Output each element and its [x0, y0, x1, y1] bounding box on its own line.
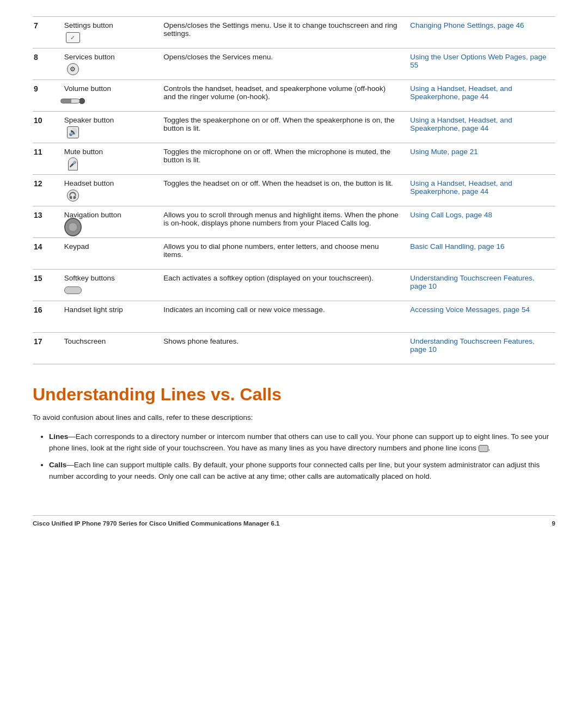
- row-number: 11: [33, 143, 59, 175]
- row-number: 14: [33, 238, 59, 270]
- row-name: Speaker button 🔊: [59, 112, 158, 143]
- row-link[interactable]: Using a Handset, Headset, and Speakerpho…: [405, 175, 555, 206]
- row-name: Mute button 🎤: [59, 143, 158, 175]
- row-link[interactable]: Accessing Voice Messages, page 54: [405, 301, 555, 333]
- row-icon: [64, 284, 82, 296]
- row-name: Softkey buttons: [59, 270, 158, 301]
- row-name: Handset light strip: [59, 301, 158, 333]
- row-link[interactable]: Basic Call Handling, page 16: [405, 238, 555, 270]
- row-number: 8: [33, 48, 59, 80]
- row-icon: [64, 221, 82, 233]
- row-number: 15: [33, 270, 59, 301]
- row-name: Services button ⚙: [59, 48, 158, 80]
- row-name: Keypad: [59, 238, 158, 270]
- row-name: Navigation button: [59, 206, 158, 238]
- row-icon: 🎧: [64, 190, 82, 202]
- table-row: 14 Keypad Allows you to dial phone numbe…: [33, 238, 555, 270]
- row-icon: [64, 347, 82, 359]
- row-number: 17: [33, 333, 59, 364]
- reference-table: 7 Settings button ✓ Opens/closes the Set…: [33, 16, 555, 364]
- row-link[interactable]: Using Mute, page 21: [405, 143, 555, 175]
- table-row: 17 Touchscreen Shows phone features. Und…: [33, 333, 555, 364]
- row-number: 13: [33, 206, 59, 238]
- row-icon: [64, 95, 82, 107]
- row-desc: Controls the handset, headset, and speak…: [158, 80, 405, 112]
- phone-icon: [479, 445, 488, 452]
- table-row: 8 Services button ⚙ Opens/closes the Ser…: [33, 48, 555, 80]
- table-row: 15 Softkey buttons Each activates a soft…: [33, 270, 555, 301]
- row-number: 16: [33, 301, 59, 333]
- row-name: Settings button ✓: [59, 17, 158, 48]
- row-icon: 🎤: [64, 158, 82, 170]
- row-desc: Opens/closes the Services menu.: [158, 48, 405, 80]
- row-desc: Each activates a softkey option (display…: [158, 270, 405, 301]
- footer: Cisco Unified IP Phone 7970 Series for C…: [33, 515, 555, 527]
- row-name: Volume button: [59, 80, 158, 112]
- row-desc: Indicates an incoming call or new voice …: [158, 301, 405, 333]
- row-name: Headset button 🎧: [59, 175, 158, 206]
- row-desc: Toggles the microphone on or off. When t…: [158, 143, 405, 175]
- section-lines-calls: Understanding Lines vs. Calls To avoid c…: [33, 384, 555, 483]
- row-link[interactable]: Understanding Touchscreen Features, page…: [405, 333, 555, 364]
- footer-brand: Cisco Unified IP Phone 7970 Series for C…: [33, 520, 280, 527]
- row-link[interactable]: Changing Phone Settings, page 46: [405, 17, 555, 48]
- section-intro: To avoid confusion about lines and calls…: [33, 412, 555, 424]
- row-icon: [64, 253, 82, 265]
- row-icon: ⚙: [64, 63, 82, 75]
- table-row: 11 Mute button 🎤 Toggles the microphone …: [33, 143, 555, 175]
- bullet-list: Lines—Each corresponds to a directory nu…: [33, 431, 555, 483]
- row-link[interactable]: Using a Handset, Headset, and Speakerpho…: [405, 112, 555, 143]
- row-icon: [64, 316, 82, 328]
- bullet-item: Calls—Each line can support multiple cal…: [49, 460, 555, 483]
- page: 7 Settings button ✓ Opens/closes the Set…: [0, 0, 588, 548]
- row-link[interactable]: Using the User Options Web Pages, page 5…: [405, 48, 555, 80]
- row-desc: Shows phone features.: [158, 333, 405, 364]
- bullet-item: Lines—Each corresponds to a directory nu…: [49, 431, 555, 454]
- row-name: Touchscreen: [59, 333, 158, 364]
- row-desc: Allows you to dial phone numbers, enter …: [158, 238, 405, 270]
- row-icon: 🔊: [64, 126, 82, 138]
- row-desc: Toggles the speakerphone on or off. When…: [158, 112, 405, 143]
- footer-page: 9: [552, 520, 555, 527]
- row-desc: Opens/closes the Settings menu. Use it t…: [158, 17, 405, 48]
- table-row: 7 Settings button ✓ Opens/closes the Set…: [33, 17, 555, 48]
- row-link[interactable]: Using a Handset, Headset, and Speakerpho…: [405, 80, 555, 112]
- row-desc: Allows you to scroll through menus and h…: [158, 206, 405, 238]
- table-row: 12 Headset button 🎧 Toggles the headset …: [33, 175, 555, 206]
- row-icon: ✓: [64, 32, 82, 44]
- row-number: 9: [33, 80, 59, 112]
- section-title: Understanding Lines vs. Calls: [33, 384, 555, 405]
- row-link[interactable]: Understanding Touchscreen Features, page…: [405, 270, 555, 301]
- table-row: 10 Speaker button 🔊 Toggles the speakerp…: [33, 112, 555, 143]
- row-number: 12: [33, 175, 59, 206]
- table-row: 9 Volume button Controls the handset, he…: [33, 80, 555, 112]
- row-link[interactable]: Using Call Logs, page 48: [405, 206, 555, 238]
- table-row: 16 Handset light strip Indicates an inco…: [33, 301, 555, 333]
- row-number: 10: [33, 112, 59, 143]
- row-number: 7: [33, 17, 59, 48]
- row-desc: Toggles the headset on or off. When the …: [158, 175, 405, 206]
- table-row: 13 Navigation button Allows you to scrol…: [33, 206, 555, 238]
